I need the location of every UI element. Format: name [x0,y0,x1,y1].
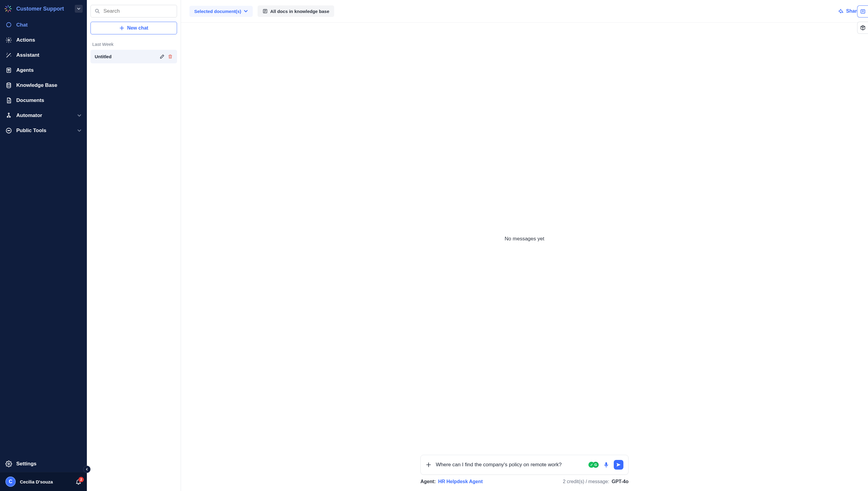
all-docs-button[interactable]: All docs in knowledge base [258,5,334,17]
svg-point-3 [8,69,9,70]
main-panel: Selected document(s) All docs in knowled… [181,0,868,491]
svg-point-14 [95,9,98,12]
sidebar-item-chat[interactable]: Chat [0,18,87,33]
sidebar-item-label: Agents [16,67,34,73]
message-input[interactable] [436,462,584,468]
svg-point-4 [9,69,10,70]
gear-icon [5,37,12,44]
sidebar-nav: Chat Actions Assistant Agents Knowledge … [0,18,87,456]
sidebar-item-agents[interactable]: Agents [0,63,87,78]
notification-badge: 2 [79,477,84,482]
sidebar-item-automator[interactable]: Automator [0,108,87,123]
share-icon [838,8,844,14]
agent-selector[interactable]: HR Helpdesk Agent [438,479,483,484]
share-button[interactable]: Share [838,8,860,14]
sidebar-item-label: Actions [16,37,35,43]
svg-point-12 [9,130,10,131]
new-chat-button[interactable]: New chat [90,22,177,34]
workspace-logo-icon [4,4,13,13]
grammarly-widget[interactable]: ✓ G [588,462,599,468]
chat-body: No messages yet [181,23,868,455]
sidebar-item-public-tools[interactable]: Public Tools [0,123,87,138]
topbar: Selected document(s) All docs in knowled… [181,0,868,23]
chevron-down-icon [77,128,81,133]
rename-chat-button[interactable] [160,54,165,59]
chat-icon [5,22,12,28]
user-name: Cecilia D'souza [20,479,53,484]
sidebar-item-assistant[interactable]: Assistant [0,48,87,63]
composer-meta: Agent: HR Helpdesk Agent 2 credit(s) / m… [421,479,629,484]
sidebar-item-settings[interactable]: Settings [0,456,87,472]
library-icon [262,8,268,14]
voice-input-button[interactable] [603,461,610,468]
new-chat-label: New chat [127,25,148,31]
delete-chat-button[interactable] [168,54,173,59]
chevron-down-icon [77,113,81,118]
sidebar-item-label: Assistant [16,52,39,58]
selected-documents-label: Selected document(s) [194,9,241,14]
sidebar: Customer Support Chat Actions Assistant [0,0,87,491]
sidebar-item-actions[interactable]: Actions [0,33,87,48]
collapse-sidebar-button[interactable] [83,466,90,473]
tools-icon [5,127,12,134]
cube-icon [860,25,866,31]
settings-label: Settings [16,461,36,467]
model-selector[interactable]: GPT-4o [612,479,629,484]
rail-documents-button[interactable] [857,5,868,18]
document-icon [5,97,12,104]
sidebar-item-label: Automator [16,113,42,118]
sidebar-item-label: Public Tools [16,127,47,134]
selected-documents-dropdown[interactable]: Selected document(s) [190,6,253,17]
search-icon [94,8,100,14]
search-input-wrapper[interactable] [90,5,177,18]
settings-icon [5,461,12,467]
agent-label: Agent: [421,479,436,484]
avatar: C [5,476,16,487]
svg-point-13 [8,463,10,465]
chat-group-label: Last Week [92,41,175,47]
rail-settings-button[interactable] [857,22,868,34]
stack-icon [860,8,866,15]
trash-icon [168,54,173,59]
chat-title: Untitled [95,54,156,59]
database-icon [5,82,12,89]
chevron-down-icon [244,9,248,13]
sidebar-item-label: Knowledge Base [16,82,57,88]
chat-list-item[interactable]: Untitled [90,50,177,63]
empty-state-text: No messages yet [504,236,544,242]
svg-rect-2 [7,68,11,73]
user-row[interactable]: C Cecilia D'souza 2 [0,472,87,491]
grammarly-shield-icon: ✓ [588,462,595,468]
composer: ✓ G [421,455,629,475]
workspace-header[interactable]: Customer Support [0,0,87,18]
svg-point-8 [9,116,10,118]
send-button[interactable] [614,460,624,470]
svg-rect-17 [605,462,607,466]
microphone-icon [603,461,610,468]
right-rail [857,5,868,34]
agents-icon [5,67,12,74]
wand-icon [5,52,12,59]
notifications-button[interactable]: 2 [76,479,81,485]
composer-area: ✓ G Agent: HR Helpdesk Agent 2 credit(s)… [181,455,868,491]
svg-point-11 [8,130,9,131]
svg-point-10 [7,130,8,131]
caret-down-icon [77,7,81,10]
svg-point-7 [7,116,8,118]
sidebar-item-documents[interactable]: Documents [0,93,87,108]
sidebar-item-label: Chat [16,22,28,28]
sidebar-item-label: Documents [16,97,44,104]
chevron-left-icon [85,468,88,471]
all-docs-label: All docs in knowledge base [270,9,329,14]
pencil-icon [160,54,165,59]
attach-button[interactable] [426,462,432,468]
automator-icon [5,112,12,119]
svg-point-6 [8,113,9,114]
svg-point-5 [7,83,11,85]
workspace-switcher-button[interactable] [75,5,83,13]
sidebar-item-knowledge-base[interactable]: Knowledge Base [0,78,87,93]
plus-icon [426,462,432,468]
send-icon [616,462,621,467]
svg-point-1 [8,39,10,41]
search-input[interactable] [104,8,173,14]
